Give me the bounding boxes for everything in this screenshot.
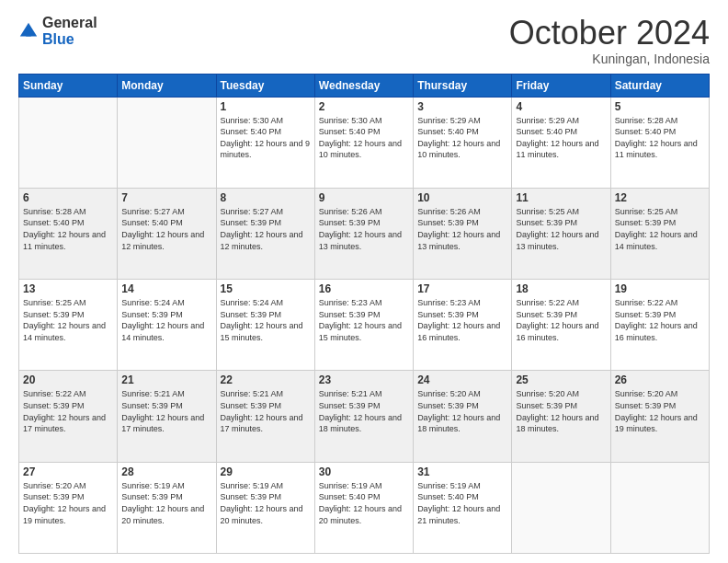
day-info: Sunrise: 5:25 AM Sunset: 5:39 PM Dayligh… [23,297,113,343]
day-info: Sunrise: 5:19 AM Sunset: 5:40 PM Dayligh… [417,480,507,526]
day-info: Sunrise: 5:24 AM Sunset: 5:39 PM Dayligh… [121,297,211,343]
day-info: Sunrise: 5:23 AM Sunset: 5:39 PM Dayligh… [417,297,507,343]
day-number: 10 [417,191,507,204]
calendar-header-row: SundayMondayTuesdayWednesdayThursdayFrid… [19,74,710,97]
day-info: Sunrise: 5:20 AM Sunset: 5:39 PM Dayligh… [516,388,606,434]
day-cell [512,462,610,553]
title-block: October 2024 Kuningan, Indonesia [509,15,710,66]
day-number: 7 [121,191,211,204]
day-cell: 1Sunrise: 5:30 AM Sunset: 5:40 PM Daylig… [216,97,314,188]
day-cell: 29Sunrise: 5:19 AM Sunset: 5:39 PM Dayli… [216,462,314,553]
day-cell: 2Sunrise: 5:30 AM Sunset: 5:40 PM Daylig… [314,97,413,188]
day-number: 4 [516,100,606,113]
day-info: Sunrise: 5:25 AM Sunset: 5:39 PM Dayligh… [516,206,606,252]
day-info: Sunrise: 5:21 AM Sunset: 5:39 PM Dayligh… [221,388,311,434]
svg-rect-1 [26,31,31,37]
day-cell: 28Sunrise: 5:19 AM Sunset: 5:39 PM Dayli… [118,462,216,553]
day-number: 28 [121,465,211,478]
day-cell: 19Sunrise: 5:22 AM Sunset: 5:39 PM Dayli… [610,280,709,371]
day-cell: 31Sunrise: 5:19 AM Sunset: 5:40 PM Dayli… [414,462,512,553]
week-row-1: 1Sunrise: 5:30 AM Sunset: 5:40 PM Daylig… [19,97,710,188]
day-cell: 15Sunrise: 5:24 AM Sunset: 5:39 PM Dayli… [216,280,314,371]
day-cell: 17Sunrise: 5:23 AM Sunset: 5:39 PM Dayli… [414,280,512,371]
day-cell [610,462,709,553]
day-number: 26 [615,373,705,386]
day-info: Sunrise: 5:21 AM Sunset: 5:39 PM Dayligh… [319,388,409,434]
day-number: 18 [516,282,606,295]
day-number: 23 [319,373,409,386]
day-info: Sunrise: 5:22 AM Sunset: 5:39 PM Dayligh… [615,297,705,343]
header: General Blue October 2024 Kuningan, Indo… [18,15,710,66]
day-number: 12 [615,191,705,204]
day-info: Sunrise: 5:30 AM Sunset: 5:40 PM Dayligh… [221,115,311,161]
col-header-wednesday: Wednesday [314,74,413,97]
col-header-saturday: Saturday [610,74,709,97]
col-header-sunday: Sunday [19,74,118,97]
day-number: 9 [319,191,409,204]
day-number: 14 [121,282,211,295]
day-number: 22 [221,373,311,386]
logo-icon [18,21,39,41]
day-cell: 16Sunrise: 5:23 AM Sunset: 5:39 PM Dayli… [314,280,413,371]
day-number: 11 [516,191,606,204]
day-info: Sunrise: 5:30 AM Sunset: 5:40 PM Dayligh… [319,115,409,161]
day-cell: 20Sunrise: 5:22 AM Sunset: 5:39 PM Dayli… [19,371,118,462]
week-row-2: 6Sunrise: 5:28 AM Sunset: 5:40 PM Daylig… [19,188,710,279]
col-header-monday: Monday [118,74,216,97]
day-info: Sunrise: 5:28 AM Sunset: 5:40 PM Dayligh… [23,206,113,252]
day-info: Sunrise: 5:19 AM Sunset: 5:39 PM Dayligh… [121,480,211,526]
week-row-4: 20Sunrise: 5:22 AM Sunset: 5:39 PM Dayli… [19,371,710,462]
day-number: 2 [319,100,409,113]
day-info: Sunrise: 5:29 AM Sunset: 5:40 PM Dayligh… [516,115,606,161]
day-info: Sunrise: 5:19 AM Sunset: 5:40 PM Dayligh… [319,480,409,526]
col-header-friday: Friday [512,74,610,97]
day-cell: 24Sunrise: 5:20 AM Sunset: 5:39 PM Dayli… [414,371,512,462]
day-cell: 26Sunrise: 5:20 AM Sunset: 5:39 PM Dayli… [610,371,709,462]
week-row-5: 27Sunrise: 5:20 AM Sunset: 5:39 PM Dayli… [19,462,710,553]
day-cell: 3Sunrise: 5:29 AM Sunset: 5:40 PM Daylig… [414,97,512,188]
day-number: 3 [417,100,507,113]
day-number: 5 [615,100,705,113]
col-header-thursday: Thursday [414,74,512,97]
logo-text: General Blue [42,15,97,47]
day-cell: 18Sunrise: 5:22 AM Sunset: 5:39 PM Dayli… [512,280,610,371]
day-info: Sunrise: 5:26 AM Sunset: 5:39 PM Dayligh… [417,206,507,252]
day-cell [19,97,118,188]
day-info: Sunrise: 5:22 AM Sunset: 5:39 PM Dayligh… [23,388,113,434]
day-number: 6 [23,191,113,204]
day-cell: 13Sunrise: 5:25 AM Sunset: 5:39 PM Dayli… [19,280,118,371]
day-info: Sunrise: 5:24 AM Sunset: 5:39 PM Dayligh… [221,297,311,343]
logo: General Blue [18,15,97,47]
logo-general: General [42,15,97,31]
day-info: Sunrise: 5:27 AM Sunset: 5:39 PM Dayligh… [221,206,311,252]
day-number: 8 [221,191,311,204]
day-number: 16 [319,282,409,295]
day-info: Sunrise: 5:26 AM Sunset: 5:39 PM Dayligh… [319,206,409,252]
week-row-3: 13Sunrise: 5:25 AM Sunset: 5:39 PM Dayli… [19,280,710,371]
location: Kuningan, Indonesia [509,52,710,66]
logo-blue: Blue [42,31,97,48]
day-number: 15 [221,282,311,295]
day-cell: 25Sunrise: 5:20 AM Sunset: 5:39 PM Dayli… [512,371,610,462]
page: General Blue October 2024 Kuningan, Indo… [0,0,728,563]
day-number: 29 [221,465,311,478]
day-number: 20 [23,373,113,386]
day-number: 31 [417,465,507,478]
day-info: Sunrise: 5:29 AM Sunset: 5:40 PM Dayligh… [417,115,507,161]
day-number: 13 [23,282,113,295]
day-number: 21 [121,373,211,386]
day-info: Sunrise: 5:20 AM Sunset: 5:39 PM Dayligh… [615,388,705,434]
day-info: Sunrise: 5:19 AM Sunset: 5:39 PM Dayligh… [221,480,311,526]
day-info: Sunrise: 5:23 AM Sunset: 5:39 PM Dayligh… [319,297,409,343]
day-number: 25 [516,373,606,386]
day-cell: 27Sunrise: 5:20 AM Sunset: 5:39 PM Dayli… [19,462,118,553]
day-cell: 10Sunrise: 5:26 AM Sunset: 5:39 PM Dayli… [414,188,512,279]
day-cell: 22Sunrise: 5:21 AM Sunset: 5:39 PM Dayli… [216,371,314,462]
day-info: Sunrise: 5:22 AM Sunset: 5:39 PM Dayligh… [516,297,606,343]
day-info: Sunrise: 5:28 AM Sunset: 5:40 PM Dayligh… [615,115,705,161]
day-info: Sunrise: 5:20 AM Sunset: 5:39 PM Dayligh… [417,388,507,434]
day-cell: 6Sunrise: 5:28 AM Sunset: 5:40 PM Daylig… [19,188,118,279]
day-number: 24 [417,373,507,386]
day-info: Sunrise: 5:25 AM Sunset: 5:39 PM Dayligh… [615,206,705,252]
day-cell [118,97,216,188]
